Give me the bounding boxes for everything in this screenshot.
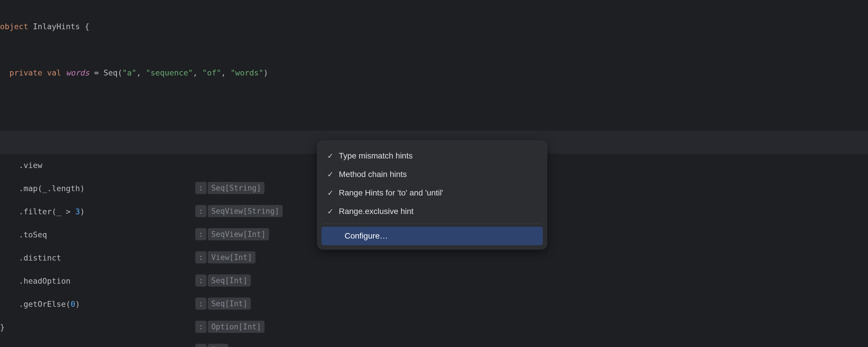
menu-item-label: Range.exclusive hint [339,207,537,216]
menu-item-label: Range Hints for 'to' and 'until' [339,188,537,197]
string-literal: "sequence" [146,61,193,85]
check-icon: ✓ [327,189,339,197]
string-literal: "words" [230,61,264,85]
menu-item-range-exclusive-hint[interactable]: ✓ Range.exclusive hint [321,202,543,221]
inlay-hint[interactable]: Int [208,344,228,347]
code-editor[interactable]: object InlayHints { private val words = … [0,0,868,347]
keyword-private: private [9,61,42,85]
code-line[interactable]: words :Seq[String] [0,107,868,131]
code-line[interactable]: .headOption :Option[Int] [0,246,868,270]
menu-item-method-chain-hints[interactable]: ✓ Method chain hints [321,165,543,184]
menu-item-label: Method chain hints [339,170,537,179]
keyword-val: val [47,61,61,85]
code-line-blank[interactable] [0,38,868,61]
code-line[interactable]: } [0,316,868,339]
code-line[interactable]: object InlayHints { [0,15,868,38]
code-line-blank[interactable] [0,85,868,107]
string-literal: "of" [202,61,221,85]
class-name: InlayHints [33,15,80,38]
code-line-blank[interactable] [0,293,868,316]
inlay-hints-popup: ✓ Type mismatch hints ✓ Method chain hin… [317,140,547,250]
menu-item-label: Configure… [327,231,537,241]
menu-divider [324,223,540,224]
check-icon: ✓ [327,170,339,179]
check-icon: ✓ [327,152,339,160]
menu-item-range-hints[interactable]: ✓ Range Hints for 'to' and 'until' [321,184,543,202]
brace-open: { [85,15,89,38]
identifier-words: words [66,61,89,85]
call-seq: Seq [103,61,118,85]
string-literal: "a" [122,61,136,85]
menu-item-type-mismatch-hints[interactable]: ✓ Type mismatch hints [321,147,543,165]
code-line[interactable]: private val words = Seq("a", "sequence",… [0,61,868,85]
check-icon: ✓ [327,207,339,216]
menu-item-label: Type mismatch hints [339,151,537,160]
keyword-object: object [0,15,28,38]
code-line[interactable]: .getOrElse(0) :Int [0,270,868,293]
brace-close: } [0,316,5,339]
menu-item-configure[interactable]: Configure… [321,227,543,245]
inlay-hint[interactable]: : [195,344,207,347]
